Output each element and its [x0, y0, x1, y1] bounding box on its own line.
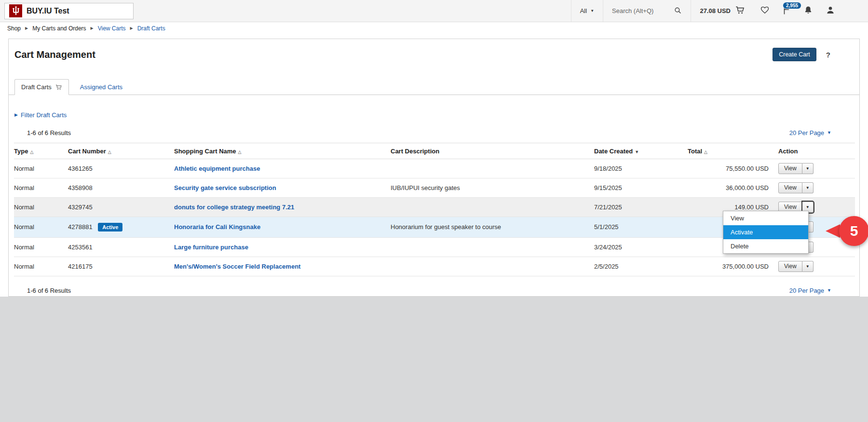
tab-draft-carts-label: Draft Carts — [21, 83, 52, 91]
cell-description — [391, 257, 594, 276]
menu-item-delete[interactable]: Delete — [723, 239, 808, 253]
view-dropdown-caret[interactable]: ▼ — [802, 163, 814, 174]
menu-item-view[interactable]: View — [723, 211, 808, 225]
per-page-label: 20 Per Page — [789, 287, 824, 294]
heart-icon — [760, 5, 770, 17]
table-row: Normal 4358908 Security gate service sub… — [14, 178, 855, 197]
breadcrumb-view-carts[interactable]: View Carts — [98, 25, 126, 32]
cell-date-created: 9/18/2025 — [594, 159, 688, 178]
filter-link-label: Filter Draft Carts — [21, 111, 67, 119]
cart-total-amount: 27.08 USD — [700, 7, 731, 14]
cell-description — [391, 197, 594, 217]
cell-description — [391, 237, 594, 257]
column-header-type[interactable]: Type△ — [14, 143, 68, 159]
breadcrumb: Shop ▶ My Carts and Orders ▶ View Carts … — [0, 22, 868, 34]
app-title: BUY.IU Test — [27, 7, 69, 15]
results-count: 1-6 of 6 Results — [27, 287, 71, 294]
tab-cart-icon — [55, 84, 62, 91]
title-row: Cart Management Create Cart ? — [9, 39, 859, 61]
search-scope-label: All — [580, 7, 587, 14]
column-header-cart-description: Cart Description — [391, 143, 594, 159]
user-icon — [826, 5, 835, 17]
cell-cart-number: 4253561 — [68, 237, 174, 257]
cell-date-created: 5/1/2025 — [594, 217, 688, 237]
notifications-button[interactable] — [797, 0, 819, 22]
sort-desc-icon: ▼ — [635, 150, 639, 154]
cell-description: Honorarium for guest speaker to course — [391, 217, 594, 237]
cell-total: 375,000.00 USD — [688, 257, 772, 276]
view-button[interactable]: View ▼ — [778, 182, 814, 193]
breadcrumb-separator-icon: ▶ — [25, 26, 28, 30]
app-logo[interactable]: BUY.IU Test — [4, 3, 134, 19]
tab-draft-carts[interactable]: Draft Carts — [14, 79, 69, 95]
cell-cart-number: 4216175 — [68, 257, 174, 276]
sort-asc-icon: △ — [108, 150, 111, 154]
chevron-down-icon: ▼ — [827, 130, 831, 135]
cart-icon — [735, 5, 745, 16]
cell-cart-number: 4329745 — [68, 197, 174, 217]
breadcrumb-my-carts-and-orders[interactable]: My Carts and Orders — [32, 25, 86, 32]
global-search[interactable]: Search (Alt+Q) — [603, 0, 691, 22]
search-icon — [674, 6, 682, 16]
view-dropdown-caret[interactable]: ▼ — [802, 182, 814, 193]
cell-cart-number: 4361265 — [68, 159, 174, 178]
cell-description — [391, 159, 594, 178]
sort-asc-icon: △ — [704, 150, 707, 154]
column-header-date-created[interactable]: Date Created▼ — [594, 143, 688, 159]
action-flags-button[interactable]: 2,955 — [776, 0, 797, 22]
breadcrumb-draft-carts[interactable]: Draft Carts — [137, 25, 165, 32]
chevron-down-icon: ▼ — [590, 9, 594, 13]
cell-type: Normal — [14, 217, 68, 237]
top-bar: BUY.IU Test All ▼ Search (Alt+Q) 27.08 U… — [0, 0, 868, 22]
cart-name-link[interactable]: Men's/Women's Soccer Field Replacement — [174, 263, 300, 270]
column-header-action: Action — [772, 143, 855, 159]
cell-total: 75,550.00 USD — [688, 159, 772, 178]
per-page-selector[interactable]: 20 Per Page ▼ — [789, 129, 831, 136]
view-button[interactable]: View ▼ — [778, 261, 814, 272]
cell-date-created: 9/15/2025 — [594, 178, 688, 197]
table-row: Normal 4361265 Athletic equipment purcha… — [14, 159, 855, 178]
column-header-cart-number[interactable]: Cart Number△ — [68, 143, 174, 159]
cell-cart-number: 4278881 Active — [68, 217, 174, 237]
search-placeholder: Search (Alt+Q) — [612, 7, 653, 14]
table-row: Normal 4216175 Men's/Women's Soccer Fiel… — [14, 257, 855, 276]
cell-date-created: 7/21/2025 — [594, 197, 688, 217]
filter-row: ▶ Filter Draft Carts — [9, 95, 859, 119]
draft-carts-table: Type△ Cart Number△ Shopping Cart Name△ C… — [14, 143, 855, 276]
cell-description: IUB/IUPUI security gates — [391, 178, 594, 197]
cell-date-created: 2/5/2025 — [594, 257, 688, 276]
cart-total-button[interactable]: 27.08 USD — [691, 0, 754, 22]
table-header-row: Type△ Cart Number△ Shopping Cart Name△ C… — [14, 143, 855, 159]
results-bar-top: 1-6 of 6 Results 20 Per Page ▼ — [9, 129, 859, 136]
per-page-selector[interactable]: 20 Per Page ▼ — [789, 287, 831, 294]
user-menu-button[interactable] — [819, 0, 841, 22]
cart-name-link[interactable]: Security gate service subscription — [174, 184, 276, 191]
cart-name-link[interactable]: Large furniture purchase — [174, 244, 248, 251]
breadcrumb-shop[interactable]: Shop — [7, 25, 21, 32]
active-badge: Active — [98, 223, 122, 231]
column-header-shopping-cart-name[interactable]: Shopping Cart Name△ — [174, 143, 391, 159]
cell-type: Normal — [14, 257, 68, 276]
create-cart-button[interactable]: Create Cart — [773, 48, 816, 61]
favorites-button[interactable] — [754, 0, 776, 22]
view-button[interactable]: View ▼ — [778, 163, 814, 174]
column-header-total[interactable]: Total△ — [688, 143, 772, 159]
page-background — [0, 297, 868, 422]
view-dropdown-caret[interactable]: ▼ — [802, 261, 814, 272]
help-icon[interactable]: ? — [826, 51, 830, 59]
sort-asc-icon: △ — [238, 150, 242, 154]
top-bar-right: All ▼ Search (Alt+Q) 27.08 USD — [571, 0, 841, 22]
iu-trident-icon — [9, 4, 22, 17]
cart-name-link[interactable]: Athletic equipment purchase — [174, 165, 260, 172]
cart-name-link[interactable]: donuts for college strategy meeting 7.21 — [174, 204, 294, 211]
menu-item-activate[interactable]: Activate — [723, 225, 808, 239]
tab-assigned-carts[interactable]: Assigned Carts — [77, 80, 125, 95]
annotation-arrow — [826, 224, 840, 238]
chevron-down-icon: ▼ — [827, 288, 831, 293]
filter-draft-carts-link[interactable]: ▶ Filter Draft Carts — [14, 111, 67, 119]
per-page-label: 20 Per Page — [789, 129, 824, 136]
search-scope-dropdown[interactable]: All ▼ — [571, 0, 603, 22]
cell-date-created: 3/24/2025 — [594, 237, 688, 257]
cart-name-link[interactable]: Honoraria for Cali Kingsnake — [174, 223, 260, 231]
cell-type: Normal — [14, 197, 68, 217]
